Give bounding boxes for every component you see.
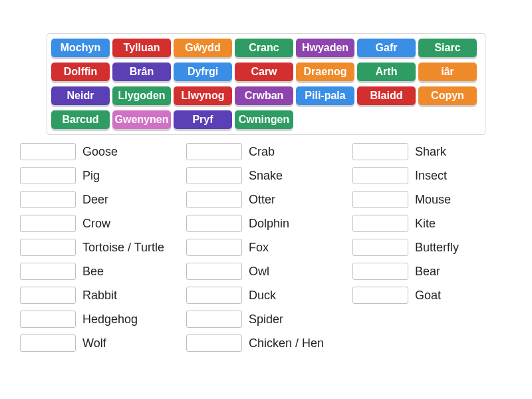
chip-label: Llygoden	[118, 90, 165, 102]
chip-label: Dolffin	[64, 66, 98, 78]
chip-gwenynen[interactable]: Gwenynen	[112, 110, 171, 129]
answer-row: Snake	[186, 167, 346, 184]
answer-label: Bear	[415, 265, 440, 279]
chip-label: Cwningen	[239, 114, 289, 126]
answer-row: Dolphin	[186, 215, 346, 232]
drop-slot[interactable]	[352, 239, 408, 256]
chip-label: Gafr	[376, 42, 398, 54]
chip-label: Carw	[251, 66, 277, 78]
chip-label: Gŵydd	[185, 42, 220, 54]
answer-row: Insect	[352, 167, 512, 184]
answers-col-2: CrabSnakeOtterDolphinFoxOwlDuckSpiderChi…	[186, 143, 346, 358]
answer-label: Hedgehog	[82, 313, 138, 327]
answer-row: Pig	[20, 167, 180, 184]
chip-label: Blaidd	[370, 90, 403, 102]
chip-blaidd[interactable]: Blaidd	[357, 86, 416, 105]
chip-tylluan[interactable]: Tylluan	[112, 39, 171, 57]
drop-slot[interactable]	[20, 334, 76, 352]
drop-slot[interactable]	[352, 191, 408, 208]
chip-llwynog[interactable]: Llwynog	[174, 86, 232, 105]
chip-label: Siarc	[434, 42, 460, 54]
drop-slot[interactable]	[186, 311, 242, 328]
drop-slot[interactable]	[20, 239, 76, 256]
answer-label: Rabbit	[82, 289, 117, 303]
chip-copyn[interactable]: Copyn	[418, 86, 477, 105]
drop-slot[interactable]	[186, 239, 242, 256]
drop-slot[interactable]	[20, 167, 76, 184]
drop-slot[interactable]	[352, 215, 408, 232]
drop-slot[interactable]	[186, 167, 242, 184]
answer-label: Butterfly	[415, 241, 459, 255]
drop-slot[interactable]	[186, 215, 242, 232]
chip-barcud[interactable]: Barcud	[51, 110, 110, 129]
chip-label: Dyfrgi	[188, 66, 218, 78]
chip-label: Copyn	[431, 90, 464, 102]
chip-dyfrgi[interactable]: Dyfrgi	[174, 63, 232, 81]
chip-pili-pala[interactable]: Pili-pala	[296, 86, 354, 105]
answer-row: Goose	[20, 143, 180, 160]
chip-mochyn[interactable]: Mochyn	[51, 39, 110, 57]
answer-row: Bee	[20, 263, 180, 280]
answer-row: Kite	[352, 215, 512, 232]
chip-cwningen[interactable]: Cwningen	[235, 110, 293, 129]
answers-col-1: GoosePigDeerCrowTortoise / TurtleBeeRabb…	[20, 143, 180, 358]
chip-neidr[interactable]: Neidr	[51, 86, 110, 105]
drop-slot[interactable]	[20, 215, 76, 232]
chip-brân[interactable]: Brân	[112, 63, 171, 81]
drop-slot[interactable]	[20, 191, 76, 208]
chip-gafr[interactable]: Gafr	[357, 39, 416, 57]
chip-label: Gwenynen	[115, 114, 169, 126]
chip-crwban[interactable]: Crwban	[235, 86, 293, 105]
answer-label: Bee	[82, 265, 104, 279]
drop-slot[interactable]	[352, 167, 408, 184]
drop-slot[interactable]	[20, 143, 76, 160]
answer-label: Crow	[82, 217, 110, 231]
chip-label: Mochyn	[61, 42, 100, 54]
chip-siarc[interactable]: Siarc	[418, 39, 477, 57]
chip-pryf[interactable]: Pryf	[174, 110, 232, 129]
answer-label: Kite	[415, 217, 436, 231]
chip-carw[interactable]: Carw	[235, 63, 293, 81]
answer-row: Tortoise / Turtle	[20, 239, 180, 256]
answer-label: Mouse	[415, 193, 451, 207]
answer-row: Mouse	[352, 191, 512, 208]
drop-slot[interactable]	[186, 263, 242, 280]
chip-label: iâr	[441, 66, 454, 78]
chip-dolffin[interactable]: Dolffin	[51, 63, 110, 81]
answer-label: Dolphin	[249, 217, 289, 231]
answer-row: Deer	[20, 191, 180, 208]
drop-slot[interactable]	[186, 287, 242, 304]
drop-slot[interactable]	[352, 143, 408, 160]
answer-label: Pig	[82, 169, 100, 183]
answer-row: Crab	[186, 143, 346, 160]
answer-row: Goat	[352, 287, 512, 304]
drop-slot[interactable]	[20, 311, 76, 328]
answers-col-3: SharkInsectMouseKiteButterflyBearGoat	[352, 143, 512, 358]
answers-grid: GoosePigDeerCrowTortoise / TurtleBeeRabb…	[20, 143, 512, 358]
answer-label: Spider	[249, 313, 283, 327]
chip-iâr[interactable]: iâr	[418, 63, 477, 81]
answer-row: Spider	[186, 311, 346, 328]
chip-label: Crwban	[245, 90, 284, 102]
answer-row: Shark	[352, 143, 512, 160]
drop-slot[interactable]	[352, 287, 408, 304]
chip-gŵydd[interactable]: Gŵydd	[174, 39, 232, 57]
answer-row: Otter	[186, 191, 346, 208]
chip-cranc[interactable]: Cranc	[235, 39, 293, 57]
chip-llygoden[interactable]: Llygoden	[112, 86, 171, 105]
word-bank: MochynTylluanGŵyddCrancHwyadenGafrSiarcD…	[47, 33, 485, 135]
drop-slot[interactable]	[186, 334, 242, 352]
answer-row: Wolf	[20, 334, 180, 352]
answer-label: Otter	[249, 193, 275, 207]
chip-hwyaden[interactable]: Hwyaden	[296, 39, 354, 57]
chip-draenog[interactable]: Draenog	[296, 63, 354, 81]
drop-slot[interactable]	[186, 143, 242, 160]
drop-slot[interactable]	[20, 263, 76, 280]
drop-slot[interactable]	[352, 263, 408, 280]
drop-slot[interactable]	[20, 287, 76, 304]
answer-row: Duck	[186, 287, 346, 304]
drop-slot[interactable]	[186, 191, 242, 208]
chip-label: Barcud	[62, 114, 98, 126]
answer-label: Chicken / Hen	[249, 336, 324, 350]
chip-arth[interactable]: Arth	[357, 63, 416, 81]
